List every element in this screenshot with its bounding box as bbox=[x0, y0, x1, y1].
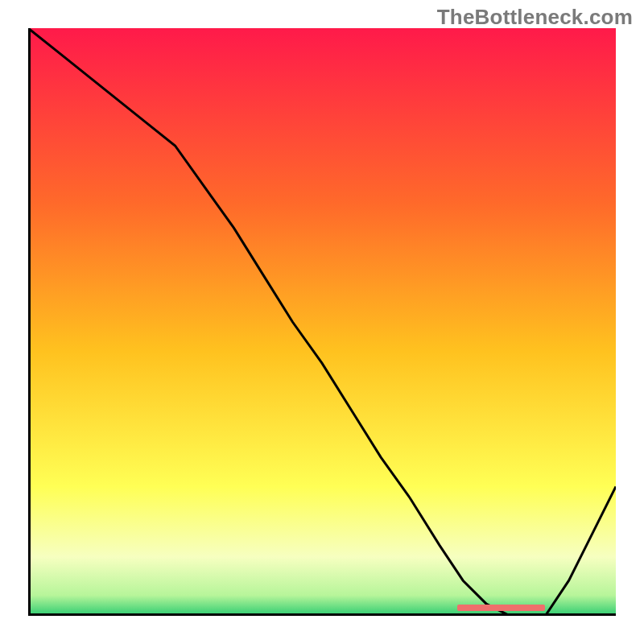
chart-container: TheBottleneck.com bbox=[0, 0, 644, 644]
plot-svg bbox=[28, 28, 616, 616]
plot-area bbox=[28, 28, 616, 616]
gradient-background bbox=[28, 28, 616, 616]
watermark-text: TheBottleneck.com bbox=[437, 5, 633, 30]
optimal-range-marker bbox=[457, 605, 546, 611]
